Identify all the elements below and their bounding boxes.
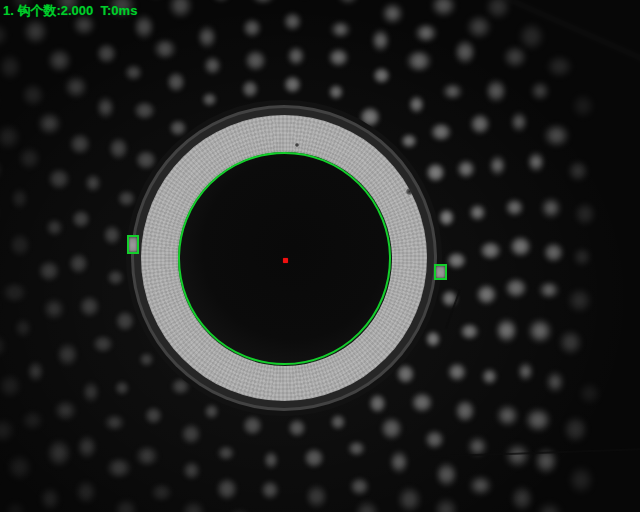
bokeh-dot — [471, 477, 492, 495]
bokeh-dot — [243, 19, 261, 38]
bokeh-dot — [134, 101, 155, 120]
status-overlay-text: 1. 钩个数:2.000 T:0ms — [3, 2, 137, 20]
bokeh-dot — [145, 407, 163, 425]
bokeh-dot — [0, 125, 20, 149]
bokeh-dot — [431, 123, 452, 142]
bokeh-dot — [115, 380, 130, 395]
bokeh-dot — [438, 209, 454, 227]
bokeh-dot — [510, 236, 532, 257]
bokeh-dot — [79, 296, 99, 317]
bokeh-dot — [454, 41, 475, 64]
bokeh-dot — [382, 4, 402, 24]
bokeh-dot — [544, 242, 564, 262]
bokeh-dot — [436, 463, 457, 486]
bokeh-dot — [97, 98, 115, 118]
bokeh-dot — [542, 198, 560, 217]
bokeh-dot — [368, 394, 386, 414]
bokeh-dot — [93, 335, 113, 353]
bokeh-dot — [518, 363, 534, 380]
bokeh-dot — [398, 487, 421, 512]
bokeh-dot — [216, 478, 237, 500]
bokeh-dot — [572, 95, 593, 117]
bokeh-dot — [564, 417, 587, 442]
camera-image-viewport[interactable]: 1. 钩个数:2.000 T:0ms — [0, 0, 640, 512]
bokeh-dot — [409, 96, 425, 114]
bokeh-dot — [448, 362, 467, 380]
bokeh-dot — [356, 501, 378, 512]
bokeh-dot — [426, 162, 446, 182]
bokeh-dot — [559, 331, 582, 355]
bokeh-dot — [505, 278, 527, 298]
bokeh-dot — [434, 499, 457, 512]
bokeh-dot — [45, 299, 64, 318]
bokeh-dot — [372, 30, 390, 51]
bokeh-dot — [569, 467, 594, 493]
bokeh-dot — [217, 446, 234, 461]
bokeh-dot — [497, 405, 518, 426]
bokeh-dot — [9, 234, 30, 256]
bokeh-dot — [8, 455, 31, 479]
bokeh-dot — [304, 447, 325, 467]
bokeh-dot — [19, 147, 40, 169]
bokeh-dot — [288, 47, 305, 66]
bokeh-dot — [306, 485, 328, 507]
bokeh-dot — [504, 47, 526, 67]
bokeh-dot — [48, 169, 70, 190]
bokeh-dot — [125, 64, 142, 80]
bokeh-dot — [55, 401, 76, 420]
bokeh-dot — [407, 50, 431, 73]
bokeh-dot — [77, 436, 96, 457]
bokeh-dot — [154, 38, 175, 59]
bokeh-dot — [167, 72, 186, 92]
bokeh-dot — [338, 0, 358, 3]
bokeh-dot — [487, 0, 511, 18]
bokeh-dot — [510, 113, 526, 131]
bokeh-dot — [245, 50, 267, 72]
bokeh-dot — [118, 190, 136, 206]
bokeh-dot — [469, 204, 485, 220]
bokeh-dot — [76, 481, 96, 503]
bokeh-dot — [115, 310, 135, 331]
bokeh-dot — [480, 241, 502, 260]
bokeh-dot — [0, 24, 9, 47]
bokeh-dot — [476, 284, 497, 305]
bokeh-dot — [107, 458, 130, 479]
bokeh-dot — [460, 323, 478, 340]
center-point-marker — [283, 258, 288, 263]
bokeh-dot — [14, 320, 31, 338]
bokeh-dot — [544, 125, 568, 147]
bokeh-dot — [169, 0, 191, 17]
bokeh-dot — [348, 441, 365, 457]
bokeh-dot — [0, 334, 6, 357]
bokeh-dot — [0, 375, 22, 398]
bokeh-dot — [528, 153, 545, 171]
bokeh-dot — [204, 404, 219, 420]
bokeh-dot — [579, 383, 600, 404]
bokeh-dot — [96, 44, 117, 65]
bokeh-dot — [27, 362, 43, 381]
bokeh-dot — [506, 444, 529, 467]
bokeh-dot — [47, 219, 63, 236]
bokeh-dot — [540, 282, 558, 299]
bokeh-dot — [103, 225, 121, 244]
bokeh-dot — [23, 411, 43, 430]
bokeh-dot — [482, 368, 498, 384]
bokeh-dot — [350, 477, 369, 495]
bokeh-dot — [24, 20, 47, 44]
bokeh-dot — [115, 500, 137, 512]
bokeh-dot — [40, 488, 59, 510]
bokeh-dot — [443, 83, 461, 99]
bokeh-dot — [467, 16, 490, 39]
bokeh-dot — [263, 451, 278, 468]
bokeh-dot — [139, 352, 154, 367]
bokeh-dot — [390, 451, 408, 472]
bokeh-dot — [330, 414, 346, 430]
bokeh-dot — [182, 501, 204, 512]
bokeh-dot — [202, 93, 217, 108]
bokeh-dot — [198, 26, 217, 48]
bokeh-dot — [48, 440, 70, 465]
defect-speck — [295, 143, 299, 147]
bokeh-dot — [204, 56, 221, 75]
bokeh-dot — [415, 24, 435, 43]
bokeh-dot — [489, 157, 505, 175]
